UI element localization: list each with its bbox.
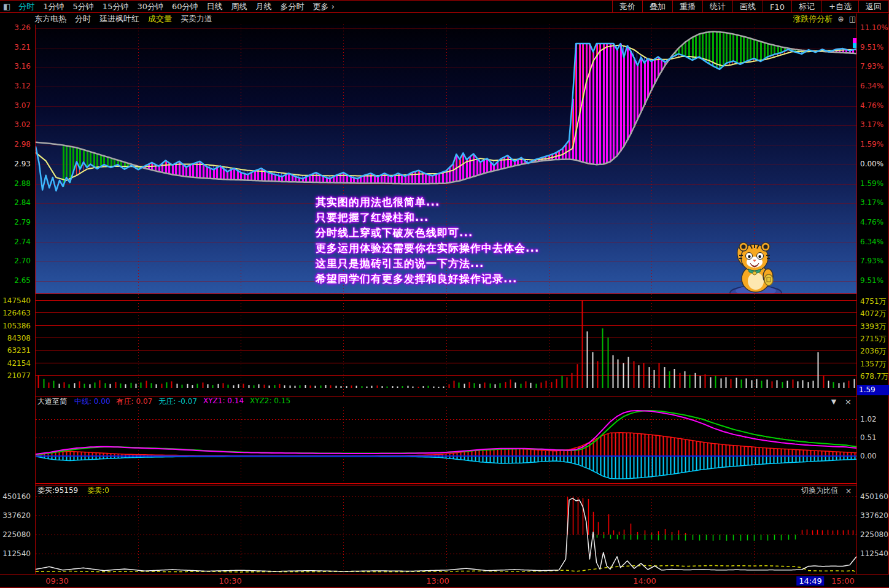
order-header-controls: 切换为比值 × — [801, 485, 852, 496]
layout-icon[interactable]: ◫ — [849, 15, 856, 23]
time-label-1: 10:30 — [219, 576, 241, 586]
volume-axis-label-4: 63231 — [7, 346, 31, 355]
title-bar: 东方电热 分时 廷进枫叶红 成交量 买卖力道 涨跌停分析 ⊕ ◫ — [0, 14, 889, 25]
order-scale-label-0: 450160 — [2, 492, 31, 501]
order-scale-label-1: 337620 — [2, 511, 31, 520]
top-menu-bar: ◧ 分时1分钟5分钟15分钟30分钟60分钟日线周线月线多分时更多 › 竞价叠加… — [0, 0, 889, 13]
indicator-scale-label-0: 1.02 — [860, 415, 877, 424]
indicator-values: 中线: 0.00有庄: 0.07无庄: -0.07XYZ1: 0.14XYZ2:… — [74, 397, 297, 407]
tool-menu-item-2[interactable]: 重播 — [672, 1, 702, 12]
volume-ratio-tag: 1.59 — [857, 385, 889, 395]
percent-axis-label-4: 4.76% — [860, 101, 883, 110]
ask-value: 委卖:0 — [87, 485, 109, 496]
price-axis-label-12: 2.70 — [14, 257, 31, 265]
time-axis: 09:3010:3013:0014:0014:4915:00 — [0, 574, 889, 588]
time-label-5: 15:00 — [831, 576, 854, 586]
percent-axis-label-12: 7.93% — [860, 257, 883, 265]
menu-item-10[interactable]: 更多 › — [313, 1, 335, 12]
menu-item-2[interactable]: 5分钟 — [73, 1, 94, 12]
chart-annotation-text: 其实图的用法也很简单...只要把握了红绿柱和...分时线上穿或下破灰色线即可..… — [316, 195, 539, 287]
menu-item-4[interactable]: 30分钟 — [137, 1, 163, 12]
volume-axis-rlabel-6: 678.7万 — [860, 371, 888, 382]
tool-menu-item-0[interactable]: 竞价 — [612, 1, 642, 12]
percent-axis-label-13: 9.51% — [860, 276, 883, 285]
price-axis-label-4: 3.07 — [14, 101, 31, 110]
tools-menu: 竞价叠加重播统计画线F10标记+自选返回 — [612, 1, 889, 12]
volume-axis-rlabel-1: 4072万 — [860, 309, 887, 319]
view-label[interactable]: 分时 — [75, 14, 91, 25]
order-scale-label-2: 225080 — [2, 530, 31, 539]
close-icon[interactable]: × — [845, 397, 852, 406]
limit-analysis-link[interactable]: 涨跌停分析 — [793, 14, 833, 25]
stock-name: 东方电热 — [34, 14, 66, 25]
percent-axis-label-2: 7.93% — [860, 62, 883, 71]
time-label-4: 14:49 — [796, 576, 824, 586]
indicator-chart[interactable] — [36, 407, 856, 484]
volume-tab[interactable]: 成交量 — [148, 14, 172, 25]
tool-menu-item-5[interactable]: F10 — [763, 1, 791, 12]
tool-menu-item-6[interactable]: 标记 — [791, 1, 821, 12]
price-axis-label-7: 2.93 — [14, 160, 31, 168]
indicator-field-4: XYZ2: 0.15 — [250, 397, 290, 407]
tool-menu-item-8[interactable]: 返回 — [858, 1, 889, 12]
menu-item-1[interactable]: 1分钟 — [43, 1, 64, 12]
toggle-ratio-button[interactable]: 切换为比值 — [801, 485, 838, 496]
tool-menu-item-4[interactable]: 画线 — [732, 1, 763, 12]
indicator-field-2: 无庄: -0.07 — [158, 397, 197, 407]
indicator-scale-label-1: 0.51 — [860, 433, 877, 442]
volume-axis-label-2: 105386 — [2, 322, 31, 330]
indicator-name[interactable]: 大道至简 — [37, 397, 67, 407]
volume-axis-rlabel-4: 2036万 — [860, 346, 887, 357]
percent-axis-label-8: 1.59% — [860, 179, 883, 188]
close-icon-order[interactable]: × — [845, 487, 852, 495]
annotation-line-4: 这里只是抛砖引玉的说一下方法... — [316, 256, 539, 271]
collapse-icon[interactable]: ▼ — [831, 398, 836, 406]
price-axis-label-6: 2.98 — [14, 140, 31, 149]
tool-menu-item-1[interactable]: 叠加 — [642, 1, 672, 12]
tool-menu-item-7[interactable]: +自选 — [821, 1, 858, 12]
price-axis-label-8: 2.88 — [14, 179, 31, 188]
overlay-indicator-label[interactable]: 廷进枫叶红 — [99, 14, 139, 25]
bid-value: 委买:95159 — [37, 485, 78, 496]
volume-axis-label-5: 42154 — [7, 359, 31, 368]
expand-icon[interactable]: ⊕ — [838, 15, 844, 23]
right-axis-column: 11.10%9.51%7.93%6.34%4.76%3.17%1.59%0.00… — [856, 14, 889, 574]
force-tab[interactable]: 买卖力道 — [181, 14, 212, 25]
price-axis-label-10: 2.79 — [14, 218, 31, 226]
order-scale-rlabel-2: 225080 — [860, 530, 888, 539]
menu-item-7[interactable]: 周线 — [231, 1, 247, 12]
menu-item-6[interactable]: 日线 — [207, 1, 223, 12]
indicator-field-0: 中线: 0.00 — [74, 397, 111, 407]
annotation-line-0: 其实图的用法也很简单... — [316, 195, 539, 210]
percent-axis-label-10: 4.76% — [860, 218, 883, 226]
annotation-line-1: 只要把握了红绿柱和... — [316, 210, 539, 225]
percent-axis-label-5: 3.17% — [860, 120, 883, 129]
order-panel-header: 委买:95159 委卖:0 切换为比值 × — [36, 485, 856, 496]
percent-axis-label-7: 0.00% — [860, 160, 883, 168]
price-axis-label-3: 3.12 — [14, 82, 31, 90]
tiger-mascot-image — [728, 239, 784, 301]
menu-item-9[interactable]: 多分时 — [281, 1, 305, 12]
menu-item-3[interactable]: 15分钟 — [103, 1, 129, 12]
time-label-3: 14:00 — [633, 576, 656, 586]
indicator-scale-label-2: 0.00 — [860, 452, 877, 460]
price-axis-label-11: 2.74 — [14, 238, 31, 246]
panel-toggle-icon[interactable]: ◧ — [3, 2, 10, 11]
menu-item-0[interactable]: 分时 — [18, 1, 34, 12]
tool-menu-item-3[interactable]: 统计 — [702, 1, 732, 12]
app-window: { "menu_bar": { "items": ["分时","1分钟","5分… — [0, 0, 889, 588]
volume-axis-label-0: 147540 — [2, 296, 31, 305]
order-flow-chart[interactable] — [36, 496, 856, 573]
left-axis-column: 3.263.213.163.123.073.022.982.932.882.84… — [0, 25, 36, 574]
price-axis-label-0: 3.26 — [14, 23, 31, 32]
volume-chart[interactable] — [36, 294, 856, 396]
time-label-2: 13:00 — [426, 576, 449, 586]
order-scale-label-3: 112540 — [2, 549, 31, 558]
percent-axis-label-3: 6.34% — [860, 82, 883, 90]
indicator-panel-header: 大道至简 中线: 0.00有庄: 0.07无庄: -0.07XYZ1: 0.14… — [36, 396, 856, 407]
menu-item-8[interactable]: 月线 — [256, 1, 272, 12]
price-axis-label-2: 3.16 — [14, 62, 31, 71]
percent-axis-label-1: 9.51% — [860, 43, 883, 52]
price-axis-label-1: 3.21 — [14, 43, 31, 52]
menu-item-5[interactable]: 60分钟 — [172, 1, 198, 12]
